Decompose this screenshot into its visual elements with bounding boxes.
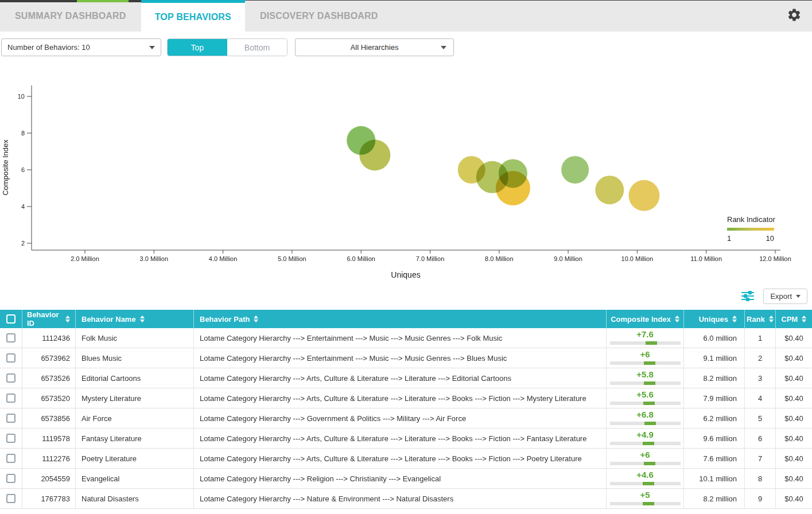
table-toolbar: Export xyxy=(0,288,807,304)
behavior-path-cell: Lotame Category Hierarchy ---> Arts, Cul… xyxy=(194,388,607,408)
header-uniques[interactable]: Uniques xyxy=(684,310,745,328)
cpm-cell: $0.40 xyxy=(776,429,812,448)
row-checkbox[interactable] xyxy=(6,474,15,483)
behavior-id-cell: 1119578 xyxy=(22,429,76,448)
table-row[interactable]: 1112436Folk MusicLotame Category Hierarc… xyxy=(0,328,812,348)
table-row[interactable]: 6573962Blues MusicLotame Category Hierar… xyxy=(0,348,812,368)
header-rank[interactable]: Rank xyxy=(745,310,776,328)
select-all-checkbox[interactable] xyxy=(6,314,15,324)
x-tick-label: 11.0 Million xyxy=(690,255,722,262)
composite-index-bar-track xyxy=(610,341,681,345)
rank-cell: 3 xyxy=(745,368,776,388)
behavior-id-cell: 1112436 xyxy=(22,328,76,348)
composite-index-cell: +4.9 xyxy=(607,429,684,448)
header-cpm[interactable]: CPM xyxy=(776,310,812,328)
composite-index-bar-marker xyxy=(643,442,654,445)
tab-summary-dashboard[interactable]: SUMMARY DASHBOARD xyxy=(0,0,141,32)
behavior-path-cell: Lotame Category Hierarchy ---> Arts, Cul… xyxy=(194,449,607,468)
composite-index-value: +7.6 xyxy=(636,329,654,340)
x-tick-label: 5.0 Million xyxy=(278,255,306,262)
chart-bubble[interactable] xyxy=(628,180,659,211)
behavior-name-cell: Air Force xyxy=(76,408,194,428)
behavior-path-cell: Lotame Category Hierarchy ---> Nature & … xyxy=(194,489,607,508)
row-checkbox[interactable] xyxy=(6,414,15,423)
row-checkbox-cell xyxy=(0,429,22,448)
behavior-id-cell: 6573520 xyxy=(22,388,76,408)
tab-discovery-dashboard[interactable]: DISCOVERY DASHBOARD xyxy=(245,0,393,32)
chevron-down-icon xyxy=(796,295,801,298)
cpm-cell: $0.40 xyxy=(776,408,812,428)
behaviors-table: Behavior ID Behavior Name Behavior Path … xyxy=(0,310,812,509)
chevron-down-icon xyxy=(149,46,155,49)
composite-index-value: +6 xyxy=(640,449,650,461)
number-of-behaviors-select[interactable]: Number of Behaviors: 10 xyxy=(1,38,161,56)
hierarchies-select[interactable]: All Hierarchies xyxy=(295,38,454,56)
rank-cell: 9 xyxy=(745,489,776,508)
chart-section: 2468102.0 Million3.0 Million4.0 Million5… xyxy=(0,71,812,285)
controls-bar: Number of Behaviors: 10 Top Bottom All H… xyxy=(1,38,812,56)
composite-index-bar-track xyxy=(610,381,681,385)
behavior-name-cell: Natural Disasters xyxy=(76,489,194,508)
table-row[interactable]: 6573856Air ForceLotame Category Hierarch… xyxy=(0,408,812,429)
header-behavior-name[interactable]: Behavior Name xyxy=(76,310,194,328)
settings-gear-icon[interactable] xyxy=(787,7,802,22)
sort-icon xyxy=(254,316,258,322)
rank-cell: 8 xyxy=(745,469,776,488)
chevron-down-icon xyxy=(441,46,446,49)
row-checkbox-cell xyxy=(0,408,22,428)
chart-bubble[interactable] xyxy=(561,156,589,184)
row-checkbox-cell xyxy=(0,469,22,488)
top-toggle-button[interactable]: Top xyxy=(168,39,227,56)
x-tick-label: 8.0 Million xyxy=(485,255,514,262)
table-row[interactable]: 2054559EvangelicalLotame Category Hierar… xyxy=(0,469,812,489)
column-filter-sliders-icon[interactable] xyxy=(741,291,754,301)
composite-index-bar-track xyxy=(610,482,681,485)
export-button[interactable]: Export xyxy=(763,289,807,304)
cpm-cell: $0.40 xyxy=(776,348,812,368)
header-composite-index[interactable]: Composite Index xyxy=(607,310,684,328)
row-checkbox[interactable] xyxy=(6,494,15,503)
chart-bubble[interactable] xyxy=(458,156,485,184)
row-checkbox[interactable] xyxy=(6,333,15,342)
table-row[interactable]: 6573526Editorial CartoonsLotame Category… xyxy=(0,368,812,388)
y-tick-label: 10 xyxy=(18,93,25,100)
y-tick-label: 8 xyxy=(21,130,25,137)
x-axis-title: Uniques xyxy=(391,270,420,279)
composite-index-cell: +5 xyxy=(607,489,684,508)
sort-icon xyxy=(140,316,145,322)
row-checkbox[interactable] xyxy=(6,434,15,443)
table-row[interactable]: 1119578Fantasy LiteratureLotame Category… xyxy=(0,429,812,449)
select-all-checkbox-cell xyxy=(0,310,22,328)
behavior-name-cell: Evangelical xyxy=(76,469,194,488)
row-checkbox[interactable] xyxy=(6,394,15,403)
tab-top-behaviors[interactable]: TOP BEHAVIORS xyxy=(141,0,245,32)
top-bottom-toggle: Top Bottom xyxy=(167,38,287,56)
chart-bubble[interactable] xyxy=(595,176,624,204)
header-behavior-path[interactable]: Behavior Path xyxy=(194,310,607,328)
table-row[interactable]: 1767783Natural DisastersLotame Category … xyxy=(0,489,812,509)
sort-icon xyxy=(769,316,774,322)
table-row[interactable]: 6573520Mystery LiteratureLotame Category… xyxy=(0,388,812,408)
composite-index-bar-marker xyxy=(643,482,654,485)
composite-index-cell: +6 xyxy=(607,449,684,468)
rank-cell: 6 xyxy=(745,429,776,448)
behavior-path-cell: Lotame Category Hierarchy ---> Arts, Cul… xyxy=(194,429,607,448)
sort-icon xyxy=(675,316,679,322)
row-checkbox-cell xyxy=(0,388,22,408)
table-row[interactable]: 1112276Poetry LiteratureLotame Category … xyxy=(0,449,812,469)
bottom-toggle-button[interactable]: Bottom xyxy=(227,39,287,56)
cpm-cell: $0.40 xyxy=(776,328,812,348)
rank-cell: 5 xyxy=(745,408,776,428)
row-checkbox[interactable] xyxy=(6,373,15,383)
composite-index-value: +4.9 xyxy=(636,429,654,441)
composite-index-bar-marker xyxy=(644,422,656,425)
chart-bubble[interactable] xyxy=(359,139,390,170)
chart-bubble[interactable] xyxy=(496,171,530,205)
composite-index-cell: +4.6 xyxy=(607,469,684,488)
behavior-name-cell: Mystery Literature xyxy=(76,388,194,408)
header-behavior-id[interactable]: Behavior ID xyxy=(22,310,76,328)
row-checkbox[interactable] xyxy=(6,454,15,463)
composite-index-value: +6.8 xyxy=(636,409,654,420)
row-checkbox-cell xyxy=(0,449,22,468)
row-checkbox[interactable] xyxy=(6,353,15,363)
